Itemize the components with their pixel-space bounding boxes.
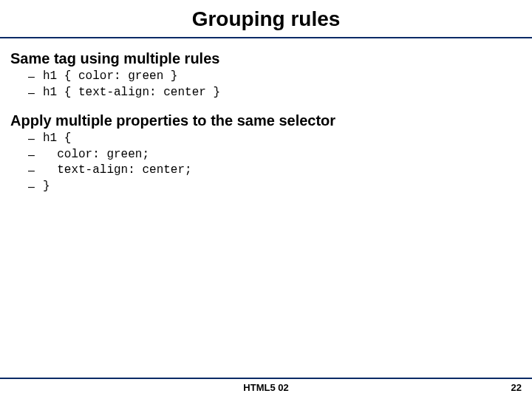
footer-inner: HTML5 02 22	[0, 379, 532, 393]
code-line: h1 {	[43, 131, 522, 147]
slide: Grouping rules Same tag using multiple r…	[0, 0, 532, 399]
slide-content: Same tag using multiple rules h1 { color…	[0, 38, 532, 195]
code-list: h1 { color: green; text-align: center; }	[10, 131, 522, 194]
code-list: h1 { color: green } h1 { text-align: cen…	[10, 69, 522, 100]
code-line: }	[43, 179, 522, 195]
code-line: h1 { text-align: center }	[43, 85, 522, 101]
footer: HTML5 02 22	[0, 378, 532, 393]
slide-title: Grouping rules	[0, 0, 532, 38]
section-heading: Apply multiple properties to the same se…	[10, 112, 522, 129]
code-line: h1 { color: green }	[43, 69, 522, 85]
code-line: color: green;	[43, 147, 522, 163]
code-line: text-align: center;	[43, 163, 522, 179]
footer-center-text: HTML5 02	[243, 382, 288, 393]
page-number: 22	[511, 382, 522, 393]
section-heading: Same tag using multiple rules	[10, 50, 522, 67]
